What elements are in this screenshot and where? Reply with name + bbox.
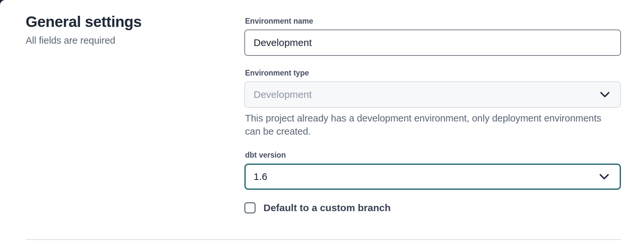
settings-panel: General settings All fields are required… (0, 0, 644, 243)
page-subtitle: All fields are required (26, 35, 210, 46)
section-divider (26, 239, 621, 240)
custom-branch-row: Default to a custom branch (244, 202, 621, 213)
environment-type-select: Development (244, 81, 621, 108)
chevron-down-icon (599, 91, 610, 98)
dbt-version-label: dbt version (245, 150, 621, 160)
environment-type-helper: This project already has a development e… (245, 112, 613, 138)
environment-name-input[interactable] (244, 30, 621, 56)
page-title: General settings (26, 12, 210, 31)
custom-branch-label[interactable]: Default to a custom branch (263, 202, 391, 213)
environment-settings-page: General settings All fields are required… (0, 0, 644, 243)
settings-form: Environment name Environment type Develo… (244, 16, 621, 213)
dbt-version-value: 1.6 (254, 171, 267, 182)
chevron-down-icon (599, 173, 610, 180)
dbt-version-select[interactable]: 1.6 (244, 164, 621, 190)
environment-name-label: Environment name (245, 16, 621, 26)
custom-branch-checkbox[interactable] (244, 202, 256, 213)
environment-type-value: Development (254, 89, 312, 100)
environment-type-label: Environment type (245, 68, 621, 77)
section-intro: General settings All fields are required (26, 12, 210, 46)
